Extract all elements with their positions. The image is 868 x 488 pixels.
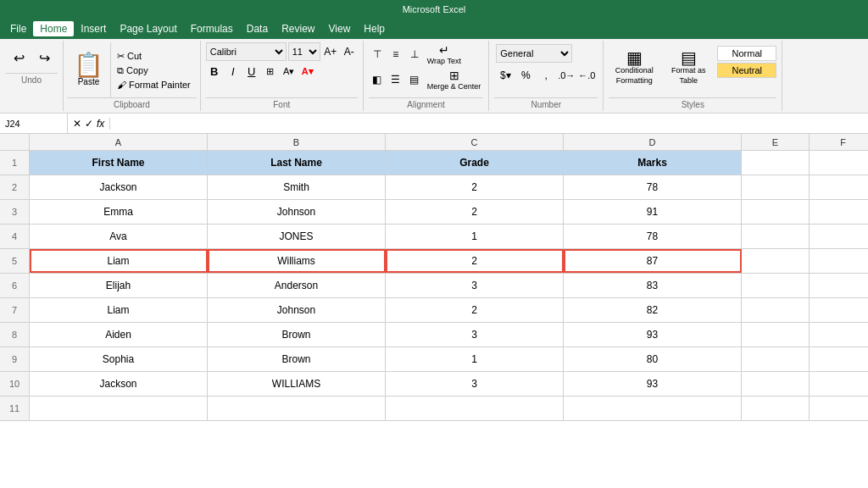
cell-1E[interactable] bbox=[742, 151, 810, 175]
cell-2E[interactable] bbox=[742, 175, 810, 199]
insert-function-icon[interactable]: fx bbox=[97, 118, 104, 130]
col-header-b[interactable]: B bbox=[208, 134, 386, 151]
align-right-button[interactable]: ▤ bbox=[406, 71, 423, 88]
comma-button[interactable]: , bbox=[537, 66, 555, 85]
cell-5C[interactable]: 2 bbox=[386, 249, 564, 273]
align-bottom-button[interactable]: ⊥ bbox=[406, 46, 423, 63]
cell-1A[interactable]: First Name bbox=[30, 151, 208, 175]
cell-2A[interactable]: Jackson bbox=[30, 175, 208, 199]
number-format-select[interactable]: General bbox=[496, 44, 572, 63]
cell-8F[interactable] bbox=[810, 323, 868, 347]
increase-decimal-button[interactable]: .0→ bbox=[557, 66, 576, 85]
menu-formulas[interactable]: Formulas bbox=[184, 21, 240, 36]
redo-button[interactable]: ↪ bbox=[32, 46, 56, 69]
cell-6D[interactable]: 83 bbox=[564, 274, 742, 297]
formula-input[interactable] bbox=[110, 117, 868, 130]
cell-5A[interactable]: Liam bbox=[30, 249, 208, 273]
cell-2C[interactable]: 2 bbox=[386, 175, 564, 199]
row-number[interactable]: 10 bbox=[0, 372, 30, 396]
col-header-e[interactable]: E bbox=[742, 134, 810, 151]
menu-file[interactable]: File bbox=[3, 21, 33, 36]
cell-9B[interactable]: Brown bbox=[208, 347, 386, 371]
font-color-button[interactable]: A▾ bbox=[299, 63, 316, 80]
cell-8E[interactable] bbox=[742, 323, 810, 347]
cell-8B[interactable]: Brown bbox=[208, 323, 386, 347]
cell-3A[interactable]: Emma bbox=[30, 200, 208, 224]
cell-8D[interactable]: 93 bbox=[564, 323, 742, 347]
cell-6C[interactable]: 3 bbox=[386, 274, 564, 297]
cell-reference-box[interactable]: J24 bbox=[0, 114, 68, 133]
cell-3E[interactable] bbox=[742, 200, 810, 224]
menu-help[interactable]: Help bbox=[357, 21, 392, 36]
font-size-select[interactable]: 11 bbox=[288, 42, 320, 61]
cell-2D[interactable]: 78 bbox=[564, 175, 742, 199]
row-number[interactable]: 9 bbox=[0, 347, 30, 371]
format-as-table-button[interactable]: ▤ Format as Table bbox=[663, 46, 714, 89]
conditional-formatting-button[interactable]: ▦ Conditional Formatting bbox=[609, 46, 659, 89]
cell-8C[interactable]: 3 bbox=[386, 323, 564, 347]
row-number[interactable]: 6 bbox=[0, 274, 30, 297]
row-number[interactable]: 5 bbox=[0, 249, 30, 273]
align-center-button[interactable]: ☰ bbox=[387, 71, 404, 88]
cell-11C[interactable] bbox=[386, 396, 564, 420]
merge-center-button[interactable]: ⊞ Merge & Center bbox=[425, 68, 484, 92]
cell-6E[interactable] bbox=[742, 274, 810, 297]
cell-9F[interactable] bbox=[810, 347, 868, 371]
cell-3C[interactable]: 2 bbox=[386, 200, 564, 224]
cell-1B[interactable]: Last Name bbox=[208, 151, 386, 175]
row-number[interactable]: 2 bbox=[0, 175, 30, 199]
row-number[interactable]: 11 bbox=[0, 396, 30, 420]
col-header-d[interactable]: D bbox=[564, 134, 742, 151]
align-middle-button[interactable]: ≡ bbox=[387, 46, 404, 63]
row-number[interactable]: 7 bbox=[0, 298, 30, 322]
cell-9E[interactable] bbox=[742, 347, 810, 371]
cell-5F[interactable] bbox=[810, 249, 868, 273]
cell-11E[interactable] bbox=[742, 396, 810, 420]
cell-7D[interactable]: 82 bbox=[564, 298, 742, 322]
cell-6F[interactable] bbox=[810, 274, 868, 297]
menu-home[interactable]: Home bbox=[33, 21, 74, 36]
currency-button[interactable]: $▾ bbox=[496, 66, 515, 85]
cell-10D[interactable]: 93 bbox=[564, 372, 742, 396]
menu-data[interactable]: Data bbox=[240, 21, 275, 36]
cell-10E[interactable] bbox=[742, 372, 810, 396]
menu-page-layout[interactable]: Page Layout bbox=[113, 21, 183, 36]
menu-review[interactable]: Review bbox=[275, 21, 321, 36]
cell-2B[interactable]: Smith bbox=[208, 175, 386, 199]
col-header-c[interactable]: C bbox=[386, 134, 564, 151]
decrease-font-button[interactable]: A- bbox=[341, 43, 358, 60]
cell-5D[interactable]: 87 bbox=[564, 249, 742, 273]
cell-9A[interactable]: Sophia bbox=[30, 347, 208, 371]
col-header-f[interactable]: F bbox=[810, 134, 868, 151]
cell-6B[interactable]: Anderson bbox=[208, 274, 386, 297]
cell-7E[interactable] bbox=[742, 298, 810, 322]
cell-1C[interactable]: Grade bbox=[386, 151, 564, 175]
cell-11F[interactable] bbox=[810, 396, 868, 420]
underline-button[interactable]: U bbox=[243, 63, 260, 80]
row-number[interactable]: 4 bbox=[0, 225, 30, 248]
cell-4E[interactable] bbox=[742, 225, 810, 248]
cell-7A[interactable]: Liam bbox=[30, 298, 208, 322]
row-number[interactable]: 3 bbox=[0, 200, 30, 224]
borders-button[interactable]: ⊞ bbox=[262, 63, 279, 80]
italic-button[interactable]: I bbox=[225, 63, 242, 80]
increase-font-button[interactable]: A+ bbox=[322, 43, 339, 60]
cell-1F[interactable] bbox=[810, 151, 868, 175]
cell-7C[interactable]: 2 bbox=[386, 298, 564, 322]
cell-1D[interactable]: Marks bbox=[564, 151, 742, 175]
wrap-text-button[interactable]: ↵ Wrap Text bbox=[425, 42, 464, 66]
align-left-button[interactable]: ◧ bbox=[369, 71, 386, 88]
cell-8A[interactable]: Aiden bbox=[30, 323, 208, 347]
menu-view[interactable]: View bbox=[322, 21, 358, 36]
row-number[interactable]: 1 bbox=[0, 151, 30, 175]
align-top-button[interactable]: ⊤ bbox=[369, 46, 386, 63]
paste-button[interactable]: 📋 Paste bbox=[67, 42, 111, 97]
bold-button[interactable]: B bbox=[206, 63, 223, 80]
menu-insert[interactable]: Insert bbox=[74, 21, 113, 36]
percent-button[interactable]: % bbox=[516, 66, 535, 85]
cell-9D[interactable]: 80 bbox=[564, 347, 742, 371]
fill-color-button[interactable]: A▾ bbox=[281, 63, 298, 80]
confirm-formula-icon[interactable]: ✓ bbox=[85, 118, 93, 130]
format-painter-button[interactable]: 🖌 Format Painter bbox=[114, 79, 193, 91]
cell-3D[interactable]: 91 bbox=[564, 200, 742, 224]
